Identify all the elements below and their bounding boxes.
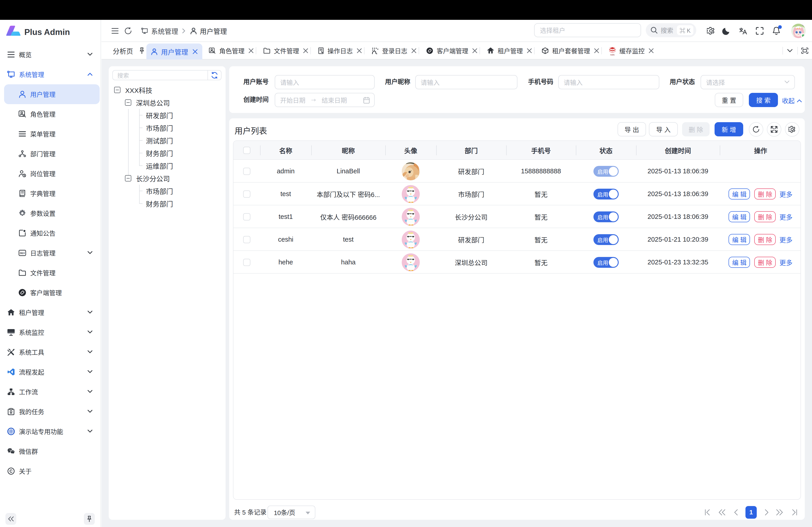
svg-text:DEV: DEV xyxy=(20,252,25,255)
